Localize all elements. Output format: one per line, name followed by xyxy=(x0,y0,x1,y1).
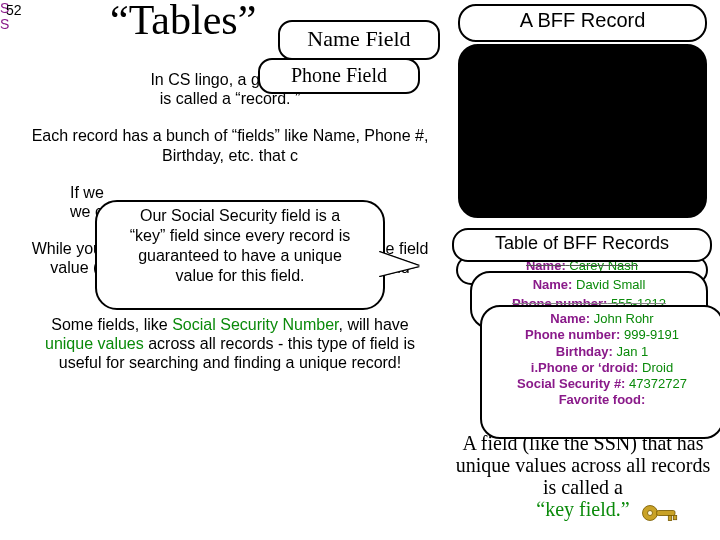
card-line: Favorite food: xyxy=(488,392,716,408)
field-value: 999-9191 xyxy=(624,327,679,342)
table-of-records-title: Table of BFF Records xyxy=(452,228,712,262)
text: Some fields, like xyxy=(51,316,172,333)
field-value: Jan 1 xyxy=(616,344,648,359)
callout-line: value for this field. xyxy=(105,266,375,286)
card-line: i.Phone or ‘droid: Droid xyxy=(488,360,716,376)
phone-field-annotation: Phone Field xyxy=(258,58,420,94)
svg-rect-4 xyxy=(673,516,676,520)
card-line: Name: David Small xyxy=(472,277,706,292)
field-label: Social Security #: xyxy=(517,376,625,391)
page-number: 52 xyxy=(6,2,22,18)
callout-line: Our Social Security field is a xyxy=(105,206,375,226)
field-label: i.Phone or ‘droid: xyxy=(531,360,639,375)
svg-rect-3 xyxy=(668,516,671,521)
card-line: Birthday: Jan 1 xyxy=(488,344,716,360)
record-card-john: Name: John Rohr Phone number: 999-9191 B… xyxy=(480,305,720,439)
card-line: Social Security #: 47372727 xyxy=(488,376,716,392)
peek-text: S xyxy=(0,16,40,32)
callout-line: “key” field since every record is xyxy=(105,226,375,246)
field-value: 47372727 xyxy=(629,376,687,391)
key-icon xyxy=(640,498,680,528)
text: A field (like the SSN) that has unique v… xyxy=(456,432,710,498)
field-value: Droid xyxy=(642,360,673,375)
field-label: Phone number: xyxy=(525,327,620,342)
text: , will have xyxy=(338,316,408,333)
key-field-callout: Our Social Security field is a “key” fie… xyxy=(95,200,385,310)
field-label: Favorite food: xyxy=(559,392,646,407)
name-field-annotation: Name Field xyxy=(278,20,440,60)
field-label: Birthday: xyxy=(556,344,613,359)
keyword-unique: unique values xyxy=(45,335,144,352)
paragraph-2: Each record has a bunch of “fields” like… xyxy=(30,126,430,164)
card-line: Phone number: 999-9191 xyxy=(488,327,716,343)
field-value: David Small xyxy=(576,277,645,292)
bff-record-title: A BFF Record xyxy=(458,4,707,42)
keyword-key-field: “key field.” xyxy=(536,498,629,520)
svg-rect-2 xyxy=(657,511,675,516)
card-line: Name: John Rohr xyxy=(488,311,716,327)
field-label: Name: xyxy=(550,311,590,326)
bff-record-card xyxy=(458,44,707,218)
field-value: John Rohr xyxy=(594,311,654,326)
keyword-ssn: Social Security Number xyxy=(172,316,338,333)
paragraph-5: Some fields, like Social Security Number… xyxy=(30,315,430,373)
callout-line: guaranteed to have a unique xyxy=(105,246,375,266)
svg-point-1 xyxy=(648,511,653,516)
field-label: Name: xyxy=(533,277,573,292)
slide: 52 “Tables” Name Field Phone Field In CS… xyxy=(0,0,720,540)
slide-title: “Tables” xyxy=(110,0,256,44)
